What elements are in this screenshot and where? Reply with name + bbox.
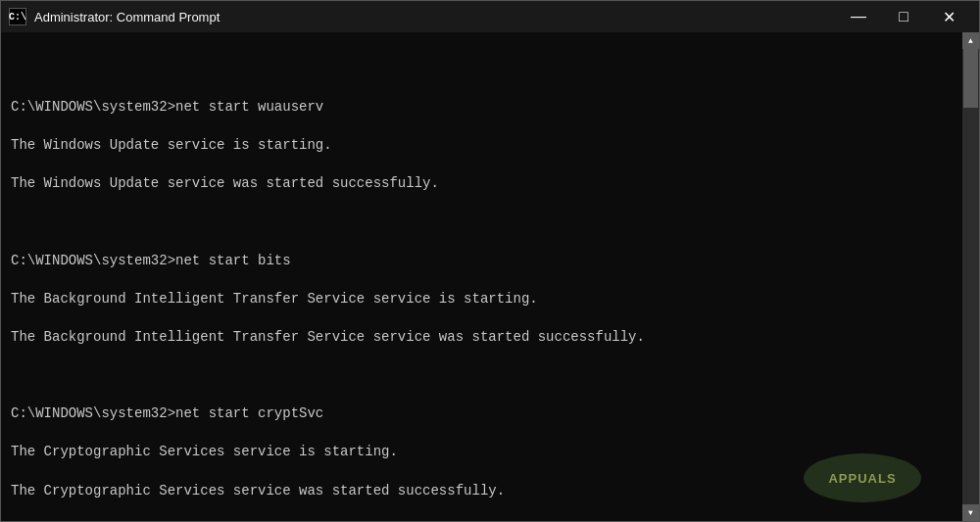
terminal-line: The Background Intelligent Transfer Serv…: [11, 290, 953, 309]
minimize-button[interactable]: —: [836, 1, 881, 32]
app-icon: C:\: [9, 8, 26, 25]
scroll-up-button[interactable]: ▲: [962, 32, 979, 49]
content-area: C:\WINDOWS\system32>net start wuauserv T…: [1, 32, 979, 521]
terminal-line: C:\WINDOWS\system32>net start bits: [11, 252, 953, 271]
window-wrapper: C:\ Administrator: Command Prompt — □ ✕ …: [0, 0, 980, 522]
scroll-down-button[interactable]: ▼: [962, 504, 979, 521]
scrollbar-thumb[interactable]: [963, 49, 978, 108]
window-controls: — □ ✕: [836, 1, 971, 32]
terminal-line: The Windows Update service was started s…: [11, 174, 953, 194]
terminal-line: The Windows Update service is starting.: [11, 136, 953, 156]
terminal-line: The Cryptographic Services service is st…: [11, 443, 953, 462]
terminal-line: The Cryptographic Services service was s…: [11, 482, 953, 501]
close-button[interactable]: ✕: [926, 1, 971, 32]
window-title: Administrator: Command Prompt: [34, 10, 836, 24]
scrollbar-track[interactable]: [962, 49, 979, 504]
terminal-line: C:\WINDOWS\system32>net start cryptSvc: [11, 404, 953, 424]
scrollbar[interactable]: ▲ ▼: [962, 32, 979, 521]
terminal-line: C:\WINDOWS\system32>net start wuauserv: [11, 98, 953, 118]
terminal-output[interactable]: C:\WINDOWS\system32>net start wuauserv T…: [1, 32, 962, 521]
maximize-button[interactable]: □: [881, 1, 926, 32]
terminal-line: The Background Intelligent Transfer Serv…: [11, 328, 953, 348]
title-bar: C:\ Administrator: Command Prompt — □ ✕: [1, 1, 979, 32]
command-prompt-window: C:\ Administrator: Command Prompt — □ ✕ …: [0, 0, 980, 522]
